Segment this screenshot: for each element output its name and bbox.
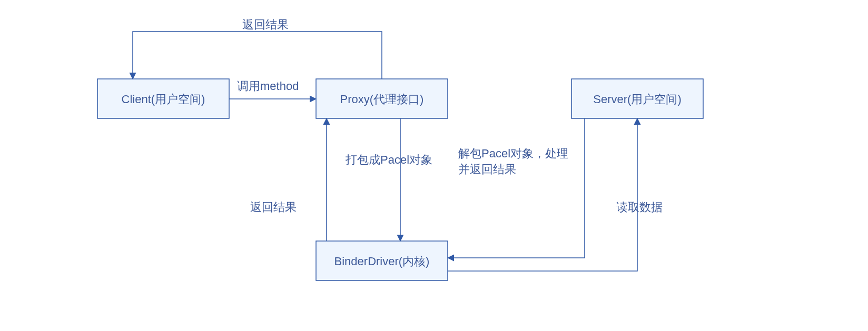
edge-client-to-proxy-label: 调用method: [237, 79, 299, 93]
node-server-label: Server(用户空间): [593, 93, 681, 106]
edge-binder-to-proxy: 返回结果: [250, 118, 327, 241]
node-client-label: Client(用户空间): [122, 93, 205, 106]
node-client: Client(用户空间): [97, 79, 229, 118]
edge-proxy-to-binder-label: 打包成Pacel对象: [345, 153, 432, 166]
edge-binder-to-server-label: 读取数据: [616, 200, 663, 214]
edge-client-to-proxy: 调用method: [229, 79, 316, 99]
edge-server-to-binder: 解包Pacel对象，处理 并返回结果: [448, 118, 585, 258]
diagram-canvas: Client(用户空间) Proxy(代理接口) Server(用户空间) Bi…: [0, 0, 868, 331]
edge-server-to-binder-label-1: 解包Pacel对象，处理: [458, 147, 568, 160]
node-proxy-label: Proxy(代理接口): [340, 93, 424, 106]
edge-proxy-to-client: 返回结果: [133, 18, 382, 79]
edge-binder-to-proxy-label: 返回结果: [250, 200, 297, 214]
node-binder-label: BinderDriver(内核): [334, 255, 430, 268]
edge-proxy-to-client-label: 返回结果: [242, 18, 289, 31]
node-binder: BinderDriver(内核): [316, 241, 448, 280]
node-server: Server(用户空间): [571, 79, 703, 118]
edge-binder-to-server: 读取数据: [448, 118, 663, 271]
node-proxy: Proxy(代理接口): [316, 79, 448, 118]
edge-proxy-to-binder: 打包成Pacel对象: [345, 118, 432, 241]
edge-server-to-binder-label-2: 并返回结果: [458, 163, 516, 176]
